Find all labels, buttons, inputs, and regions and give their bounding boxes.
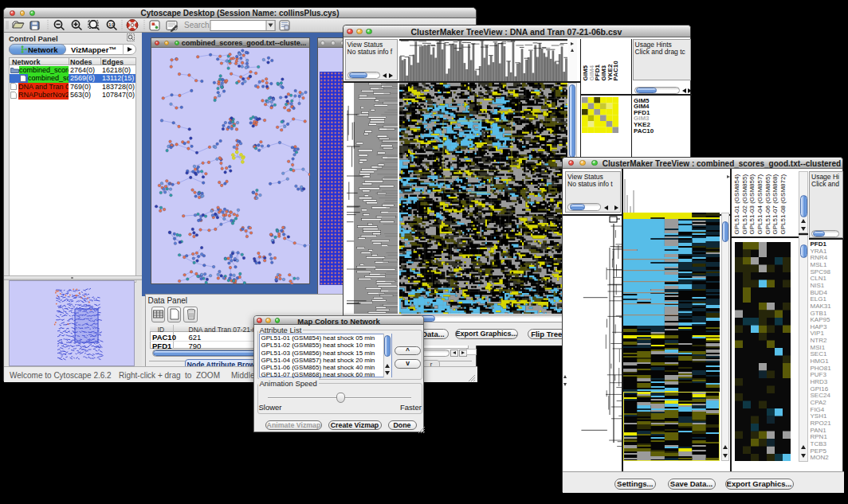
svg-text:Search:: Search: bbox=[184, 21, 211, 29]
svg-text:1:1: 1:1 bbox=[109, 23, 115, 27]
